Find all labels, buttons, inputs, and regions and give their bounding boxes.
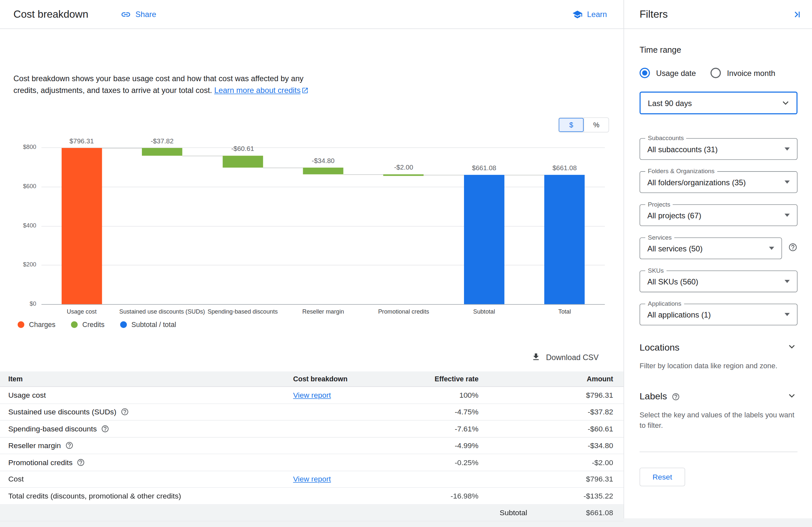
download-csv-button[interactable]: Download CSV [532,352,599,361]
cell-amount: $796.31 [478,475,613,483]
filter-dropdown-projects[interactable]: ProjectsAll projects (67) [640,204,798,226]
cell-item: Cost [8,475,293,483]
chevron-down-icon[interactable] [786,390,798,403]
chart-bar-total[interactable] [544,175,584,304]
cell-amount: -$37.82 [478,408,613,416]
y-axis-label: $200 [13,261,37,268]
cell-amount: -$2.00 [478,458,613,466]
labels-section-header[interactable]: Labels [640,390,798,403]
main-header: Cost breakdown Share Learn [0,0,624,29]
locations-section-header[interactable]: Locations [640,341,798,354]
view-report-link[interactable]: View report [293,475,331,483]
cell-effective-rate: -4.99% [392,441,479,449]
item-label: Cost [8,475,24,483]
y-axis-label: $400 [13,222,37,228]
external-link-icon [302,87,309,94]
chevron-down-icon[interactable] [786,341,798,354]
help-icon[interactable] [788,243,797,254]
radio-dot [642,70,648,76]
collapse-panel-button[interactable] [789,9,800,20]
legend-label: Credits [82,321,104,329]
table-row-reseller-margin: Reseller margin-4.99%-$34.80 [0,437,624,454]
field-value: All projects (67) [647,211,784,220]
table-row-sustained-use-discounts-suds: Sustained use discounts (SUDs)-4.75%-$37… [0,404,624,420]
filter-field-row-projects: ProjectsAll projects (67) [640,204,798,226]
field-label: Applications [645,300,684,307]
cell-item: Spending-based discounts [8,424,293,433]
chart-bar-sustained-use-discounts-suds[interactable] [142,148,182,156]
radio-invoice-month[interactable]: Invoice month [710,68,775,78]
waterfall-connector [504,175,544,176]
table-row-promotional-credits: Promotional credits-0.25%-$2.00 [0,454,624,471]
gridline [41,304,605,305]
table-row-cost: CostView report$796.31 [0,471,624,488]
bar-value-label: -$37.82 [120,137,203,145]
intro-text: Cost breakdown shows your base usage cos… [13,72,322,96]
reset-button[interactable]: Reset [640,467,685,486]
dropdown-arrow-icon [784,280,790,283]
cell-amount: -$34.80 [478,441,613,449]
filter-field-row-applications: ApplicationsAll applications (1) [640,304,798,325]
item-label: Total credits (discounts, promotional & … [8,492,181,500]
chart-bar-usage-cost[interactable] [62,148,102,304]
help-icon[interactable] [101,424,109,433]
filter-fields: SubaccountsAll subaccounts (31)Folders &… [640,138,798,325]
download-csv-label: Download CSV [546,352,599,361]
filter-dropdown-applications[interactable]: ApplicationsAll applications (1) [640,304,798,325]
column-header-cost-breakdown: Cost breakdown [293,375,391,383]
radio-button[interactable] [640,68,650,78]
field-label: Projects [645,201,673,208]
field-value: All subaccounts (31) [647,145,784,153]
help-icon[interactable] [65,441,73,449]
school-icon [572,9,583,20]
chart-bar-subtotal[interactable] [464,175,504,304]
learn-more-credits-link[interactable]: Learn more about credits [214,86,309,95]
time-range-select[interactable]: Last 90 days [640,92,798,115]
field-value: All applications (1) [647,310,784,319]
chart-bar-promotional-credits[interactable] [383,174,424,176]
dropdown-arrow-icon [784,313,790,316]
radio-usage-date[interactable]: Usage date [640,68,696,78]
summary-label: Subtotal [8,509,527,517]
radio-button[interactable] [710,68,721,78]
field-value: All services (50) [647,244,769,253]
field-label: Subaccounts [645,135,686,142]
filter-dropdown-subaccounts[interactable]: SubaccountsAll subaccounts (31) [640,138,798,160]
legend-item-charges: Charges [18,321,55,329]
legend-dot [71,321,78,328]
page-title: Cost breakdown [13,8,88,20]
gridline [41,226,605,226]
summary-row-total: Total$661.08 [0,522,624,527]
filter-dropdown-services[interactable]: ServicesAll services (50) [640,237,782,259]
legend-item-subtotal-total: Subtotal / total [120,321,176,329]
time-range-heading: Time range [640,45,798,55]
legend-item-credits: Credits [71,321,104,329]
table-row-usage-cost: Usage costView report100%$796.31 [0,387,624,404]
help-icon[interactable] [120,408,129,416]
summary-row-subtotal: Subtotal$661.08 [0,505,624,522]
cell-item: Reseller margin [8,441,293,449]
learn-button[interactable]: Learn [572,9,607,20]
cell-amount: -$60.61 [478,424,613,433]
help-icon[interactable] [672,392,680,401]
filter-dropdown-skus[interactable]: SKUsAll SKUs (560) [640,271,798,292]
item-label: Usage cost [8,391,46,399]
filter-field-row-folders-organizations: Folders & OrganizationsAll folders/organ… [640,171,798,193]
legend-dot [18,321,25,328]
table-header: Item Cost breakdown Effective rate Amoun… [0,372,624,387]
chart-bar-spending-based-discounts[interactable] [222,155,263,167]
cell-effective-rate: -7.61% [392,424,479,433]
main-panel: Cost breakdown shows your base usage cos… [0,29,624,518]
filter-dropdown-folders-organizations[interactable]: Folders & OrganizationsAll folders/organ… [640,171,798,193]
cell-amount: $796.31 [478,391,613,399]
filters-panel: Time range Usage dateInvoice month Last … [624,29,812,518]
chart-bar-reseller-margin[interactable] [303,168,344,175]
help-icon[interactable] [77,458,85,466]
x-axis-label: Total [513,308,617,315]
cell-effective-rate: -16.98% [392,492,479,500]
cell-cost-breakdown: View report [293,475,391,483]
view-report-link[interactable]: View report [293,391,331,399]
field-value: All SKUs (560) [647,277,784,286]
collapse-panel-icon [789,9,800,20]
share-button[interactable]: Share [120,9,156,20]
